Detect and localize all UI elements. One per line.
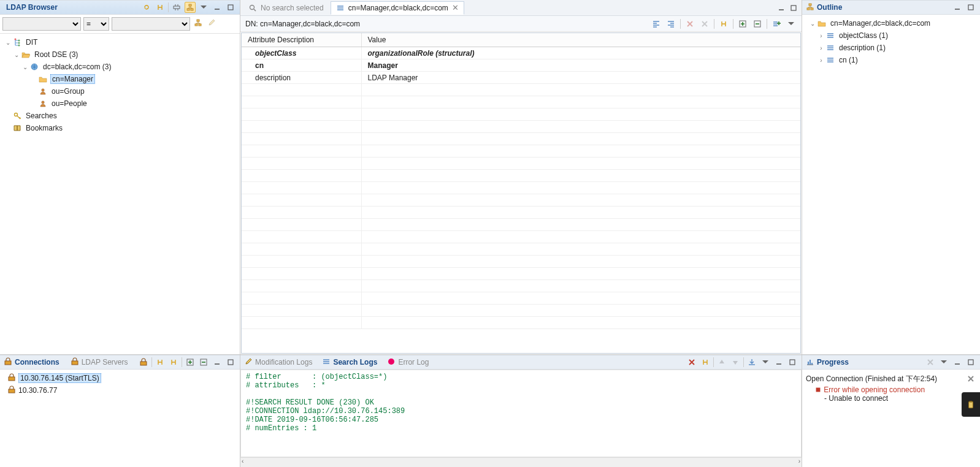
progress-job[interactable]: Open Connection (Finished at 下午2:54): [806, 372, 976, 385]
expand-toggle[interactable]: ⌄: [4, 39, 12, 46]
progress-title: Progress: [817, 358, 849, 366]
maximize-connections-button[interactable]: [225, 357, 236, 368]
link-with-editor-button[interactable]: [155, 2, 166, 13]
expand-toggle[interactable]: ⌄: [808, 20, 817, 27]
align-left-button[interactable]: [651, 18, 662, 29]
tree-node-searches[interactable]: Searches: [0, 110, 240, 122]
collapse-all-connections-button[interactable]: [198, 357, 209, 368]
delete-attribute-button[interactable]: [684, 18, 695, 29]
new-connection-button[interactable]: [138, 357, 149, 368]
col-value[interactable]: Value: [361, 33, 800, 47]
outline-item[interactable]: › cn (1): [805, 54, 978, 66]
refresh-log-button[interactable]: [700, 357, 711, 368]
collapse-all-attrs-button[interactable]: [752, 18, 763, 29]
tab-modification-logs[interactable]: Modification Logs: [255, 358, 312, 366]
connections-list[interactable]: 10.30.76.145 (StartTLS) 10.30.76.77: [0, 370, 240, 467]
clear-log-button[interactable]: [686, 357, 697, 368]
remove-finished-button[interactable]: [925, 357, 936, 368]
expand-all-connections-button[interactable]: [185, 357, 196, 368]
open-connection-button[interactable]: [155, 357, 166, 368]
minimize-outline-button[interactable]: [952, 2, 963, 13]
maximize-progress-button[interactable]: [965, 357, 976, 368]
minimize-connections-button[interactable]: [212, 357, 223, 368]
expand-toggle[interactable]: ›: [817, 32, 825, 39]
tab-search-logs[interactable]: Search Logs: [333, 358, 377, 366]
empty-row: [242, 219, 800, 231]
log-menu-button[interactable]: [760, 357, 771, 368]
tree-node-bookmarks[interactable]: Bookmarks: [0, 122, 240, 134]
maximize-editor-button[interactable]: [788, 2, 799, 13]
tab-error-log[interactable]: Error Log: [398, 358, 429, 366]
attr-menu-button[interactable]: [786, 18, 797, 29]
export-log-button[interactable]: [746, 357, 757, 368]
run-search-button[interactable]: [193, 17, 204, 28]
folder-icon: [817, 19, 827, 28]
progress-list: Open Connection (Finished at 下午2:54) Err…: [802, 370, 980, 467]
attribute-row[interactable]: cnManager: [242, 59, 800, 72]
expand-toggle[interactable]: ⌄: [21, 64, 29, 70]
refresh-entry-button[interactable]: [718, 18, 729, 29]
view-menu-button[interactable]: [198, 2, 209, 13]
attr-value: organizationalRole (structural): [361, 47, 800, 59]
expand-all-button[interactable]: [737, 18, 748, 29]
log-text[interactable]: # filter : (objectClass=*) # attributes …: [240, 370, 802, 457]
connection-item[interactable]: 10.30.76.145 (StartTLS): [2, 372, 237, 384]
prev-log-button[interactable]: [716, 357, 727, 368]
tree-node-dc[interactable]: ⌄ dc=black,dc=com (3): [0, 61, 240, 73]
attribute-row[interactable]: descriptionLDAP Manager: [242, 72, 800, 84]
close-connection-button[interactable]: [168, 357, 179, 368]
clipboard-tray-icon[interactable]: [962, 392, 980, 417]
tree-node-cn-manager[interactable]: cn=Manager: [0, 73, 240, 85]
outline-title: Outline: [817, 3, 842, 12]
empty-row: [242, 108, 800, 121]
expand-toggle[interactable]: ›: [817, 57, 825, 64]
value-combo[interactable]: [112, 17, 190, 31]
new-attribute-button[interactable]: [771, 18, 782, 29]
ldap-tree[interactable]: ⌄ DIT ⌄ Root DSE (3) ⌄ dc=black,dc=com (…: [0, 34, 240, 354]
minimize-log-button[interactable]: [773, 357, 784, 368]
maximize-log-button[interactable]: [787, 357, 798, 368]
close-tab-button[interactable]: ✕: [452, 3, 459, 12]
person-icon: [38, 87, 48, 96]
maximize-view-button[interactable]: [225, 2, 236, 13]
progress-icon: [806, 357, 814, 368]
minimize-progress-button[interactable]: [952, 357, 963, 368]
minimize-view-button[interactable]: [212, 2, 223, 13]
attribute-combo[interactable]: [2, 17, 81, 31]
collapse-all-button[interactable]: [171, 2, 182, 13]
attribute-row[interactable]: objectClassorganizationalRole (structura…: [242, 47, 800, 59]
minimize-editor-button[interactable]: [776, 2, 787, 13]
outline-item[interactable]: › description (1): [805, 42, 978, 54]
log-horizontal-scrollbar[interactable]: ‹›: [240, 457, 802, 467]
col-attribute-description[interactable]: Attribute Description: [242, 33, 361, 47]
progress-menu-button[interactable]: [938, 357, 949, 368]
tree-node-root-dse[interactable]: ⌄ Root DSE (3): [0, 48, 240, 61]
align-right-button[interactable]: [665, 18, 676, 29]
tab-ldap-servers[interactable]: LDAP Servers: [82, 358, 128, 366]
next-log-button[interactable]: [730, 357, 741, 368]
tree-node-dit[interactable]: ⌄ DIT: [0, 36, 240, 48]
connection-icon: [7, 385, 16, 396]
tree-node-ou-people[interactable]: ou=People: [0, 97, 240, 110]
operator-combo[interactable]: =: [83, 17, 109, 31]
show-dit-button[interactable]: [141, 2, 152, 13]
show-hierarchy-button[interactable]: [185, 2, 196, 13]
person-icon: [38, 99, 48, 108]
maximize-outline-button[interactable]: [965, 2, 976, 13]
remove-job-button[interactable]: [965, 373, 976, 384]
connection-item[interactable]: 10.30.76.77: [2, 384, 237, 397]
tab-connections[interactable]: Connections: [15, 358, 59, 366]
attribute-editor[interactable]: Attribute Description Value objectClasso…: [241, 32, 801, 354]
search-settings-button[interactable]: [206, 17, 217, 28]
expand-toggle[interactable]: ›: [817, 45, 825, 51]
outline-root[interactable]: ⌄ cn=Manager,dc=black,dc=com: [805, 17, 978, 29]
search-icon: [12, 112, 22, 120]
delete-value-button[interactable]: [699, 18, 710, 29]
outline-tree[interactable]: ⌄ cn=Manager,dc=black,dc=com › objectCla…: [802, 15, 980, 354]
tab-entry-editor[interactable]: cn=Manager,dc=black,dc=com ✕: [331, 1, 464, 15]
error-icon: [387, 357, 396, 368]
tree-node-ou-group[interactable]: ou=Group: [0, 85, 240, 97]
expand-toggle[interactable]: ⌄: [12, 51, 21, 58]
tab-no-search[interactable]: No search selected: [243, 1, 329, 15]
outline-item[interactable]: › objectClass (1): [805, 29, 978, 42]
